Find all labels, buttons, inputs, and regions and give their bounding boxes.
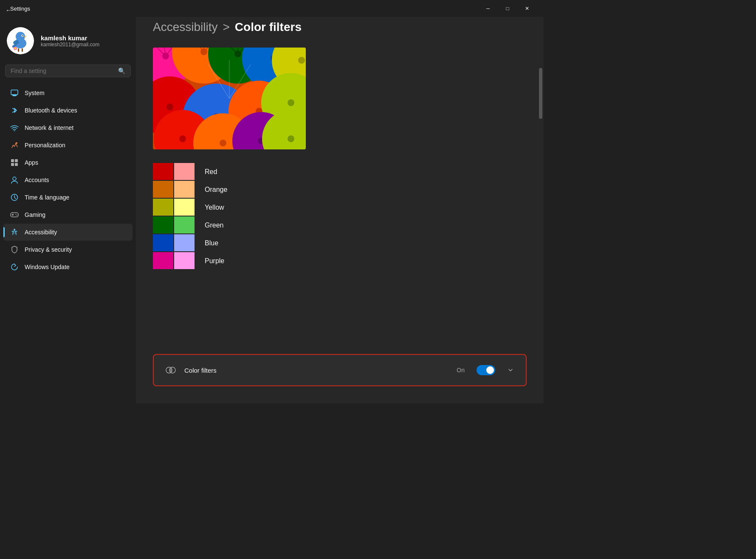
svg-point-58: [179, 135, 186, 142]
swatch-green-light: [174, 216, 195, 233]
user-info: kamlesh kumar kamlesh2011@gmail.com: [41, 34, 99, 48]
user-name: kamlesh kumar: [41, 34, 99, 42]
maximize-button[interactable]: □: [498, 2, 517, 15]
breadcrumb: Accessibility > Color filters: [153, 20, 527, 34]
sidebar-item-accessibility[interactable]: Accessibility: [3, 224, 133, 241]
svg-rect-18: [15, 159, 18, 162]
svg-point-2: [16, 32, 25, 41]
sidebar-item-personalization[interactable]: Personalization: [3, 137, 133, 154]
label-yellow: Yellow: [205, 199, 227, 216]
sidebar-item-bluetooth-label: Bluetooth & devices: [25, 107, 77, 114]
label-red: Red: [205, 163, 227, 181]
sidebar-item-update-label: Windows Update: [25, 264, 70, 270]
svg-rect-12: [11, 90, 18, 95]
sidebar-item-accounts[interactable]: Accounts: [3, 171, 133, 188]
svg-point-15: [14, 130, 15, 131]
svg-point-34: [162, 53, 169, 59]
scrollbar-track: [538, 0, 544, 403]
svg-point-60: [220, 140, 226, 146]
svg-point-28: [14, 229, 15, 230]
sidebar-item-gaming[interactable]: Gaming: [3, 206, 133, 223]
swatch-red-light: [174, 163, 195, 180]
sidebar-item-bluetooth[interactable]: Bluetooth & devices: [3, 102, 133, 119]
sidebar-item-privacy[interactable]: Privacy & security: [3, 241, 133, 258]
svg-point-64: [288, 135, 294, 142]
sidebar-item-apps-label: Apps: [25, 159, 38, 166]
svg-point-11: [14, 48, 16, 49]
svg-point-39: [200, 48, 207, 55]
svg-point-48: [298, 57, 305, 64]
update-icon: [10, 263, 19, 271]
close-button[interactable]: ✕: [517, 2, 537, 15]
search-container: 🔍: [0, 65, 136, 84]
svg-point-21: [13, 177, 16, 180]
preview-section: [153, 48, 527, 149]
user-email: kamlesh2011@gmail.com: [41, 42, 99, 48]
swatch-blue-light: [174, 234, 195, 251]
sidebar-item-system[interactable]: System: [3, 84, 133, 101]
back-button[interactable]: ←: [2, 3, 15, 17]
user-profile[interactable]: kamlesh kumar kamlesh2011@gmail.com: [0, 20, 136, 65]
minimize-button[interactable]: ─: [478, 2, 498, 15]
swatch-yellow-light: [174, 199, 195, 216]
preview-image: [153, 48, 306, 149]
swatch-red-dark: [153, 163, 173, 180]
gaming-icon: [10, 211, 19, 219]
privacy-icon: [10, 245, 19, 254]
label-purple: Purple: [205, 252, 227, 270]
scrollbar-thumb[interactable]: [539, 68, 542, 119]
label-blue: Blue: [205, 234, 227, 252]
color-fans-svg: [153, 48, 306, 149]
svg-rect-17: [11, 159, 14, 162]
bluetooth-icon: [10, 106, 19, 115]
apps-icon: [10, 158, 19, 167]
svg-rect-19: [11, 163, 14, 166]
sidebar-item-network-label: Network & internet: [25, 124, 73, 131]
sidebar-item-network[interactable]: Network & internet: [3, 119, 133, 136]
breadcrumb-separator: >: [223, 20, 229, 34]
sidebar-item-apps[interactable]: Apps: [3, 154, 133, 171]
avatar-image: [7, 27, 34, 54]
sidebar-item-time-label: Time & language: [25, 194, 69, 201]
svg-rect-9: [22, 48, 23, 52]
sidebar-item-privacy-label: Privacy & security: [25, 246, 72, 253]
breadcrumb-current: Color filters: [235, 20, 302, 34]
color-filters-toggle[interactable]: [477, 365, 495, 375]
swatch-orange-dark: [153, 181, 173, 198]
color-filters-status: On: [457, 367, 465, 374]
sidebar: kamlesh kumar kamlesh2011@gmail.com 🔍: [0, 0, 136, 403]
color-swatches-section: Red Orange Yellow Green Blue Purple: [153, 163, 527, 270]
window-controls: ─ □ ✕: [478, 2, 537, 15]
accounts-icon: [10, 176, 19, 184]
main-content: Accessibility > Color filters: [136, 0, 544, 403]
color-filters-card-label: Color filters: [184, 367, 450, 374]
label-green: Green: [205, 216, 227, 234]
swatch-blue-dark: [153, 234, 173, 251]
svg-rect-13: [13, 96, 16, 96]
sidebar-item-accessibility-label: Accessibility: [25, 229, 57, 236]
swatch-purple-light: [174, 252, 195, 269]
breadcrumb-parent[interactable]: Accessibility: [153, 20, 217, 34]
svg-rect-8: [18, 48, 19, 52]
personalization-icon: [10, 141, 19, 149]
network-icon: [10, 124, 19, 132]
sidebar-nav: System Bluetooth & devices: [0, 84, 136, 276]
time-icon: [10, 193, 19, 202]
svg-point-16: [16, 142, 17, 144]
swatch-grid: [153, 163, 195, 269]
sidebar-item-personalization-label: Personalization: [25, 142, 65, 149]
sidebar-item-time[interactable]: Time & language: [3, 189, 133, 206]
search-box[interactable]: 🔍: [5, 65, 131, 77]
toggle-container: [477, 365, 495, 375]
titlebar: ← Settings ─ □ ✕: [0, 0, 544, 17]
search-input[interactable]: [11, 67, 115, 74]
expand-button[interactable]: [505, 365, 516, 375]
svg-rect-20: [15, 163, 18, 166]
accessibility-icon: [10, 228, 19, 236]
sidebar-item-gaming-label: Gaming: [25, 211, 45, 218]
svg-rect-14: [12, 95, 17, 96]
color-filters-card-icon: [164, 363, 178, 377]
swatch-orange-light: [174, 181, 195, 198]
sidebar-item-update[interactable]: Windows Update: [3, 258, 133, 275]
search-icon: 🔍: [118, 67, 125, 74]
